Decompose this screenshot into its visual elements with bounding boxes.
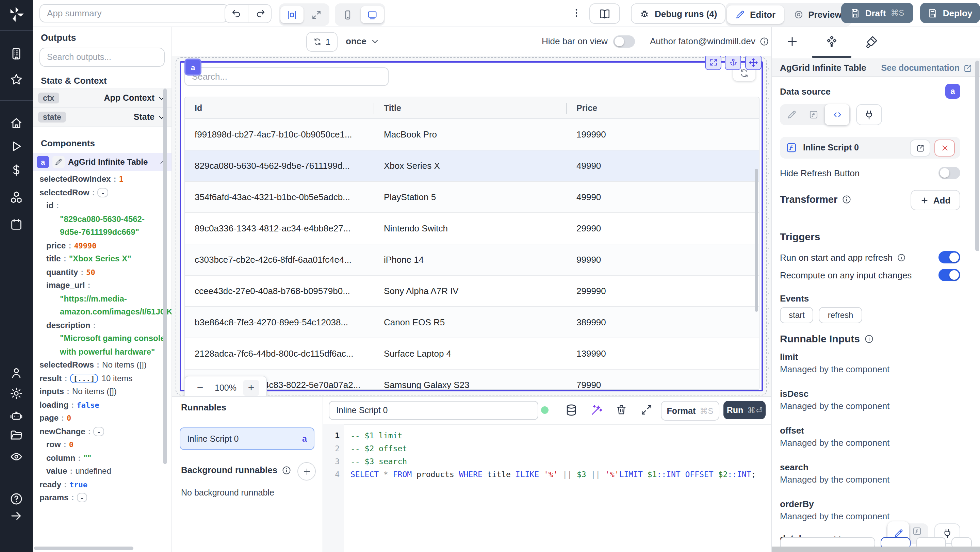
preview-tab[interactable]: Preview <box>785 5 850 24</box>
connect-mode-plug-icon[interactable] <box>856 104 882 125</box>
component-settings-tab[interactable] <box>825 35 838 48</box>
column-header-id[interactable]: Id <box>185 102 374 113</box>
audit-icon[interactable] <box>10 450 23 463</box>
tree-line[interactable]: 9d5e-7611199dc669" <box>40 226 167 239</box>
home-icon[interactable] <box>10 116 23 130</box>
delete-script-icon[interactable] <box>615 404 629 417</box>
windmill-logo-icon[interactable] <box>8 5 25 23</box>
ctx-row[interactable]: ctx App Context <box>33 89 172 108</box>
script-name-input[interactable] <box>329 401 538 420</box>
table-row[interactable]: ccee43dc-27e0-40a8-b768-b09579b0... Sony… <box>185 276 759 307</box>
info-icon[interactable] <box>864 334 873 344</box>
event-badge[interactable]: start <box>780 307 814 323</box>
tree-line[interactable]: id: <box>40 199 167 213</box>
database-icon[interactable] <box>565 404 579 417</box>
open-script-button[interactable] <box>910 139 930 156</box>
see-documentation-link[interactable]: See documentation <box>881 63 972 73</box>
hide-bar-toggle[interactable] <box>613 35 635 47</box>
move-component-handle[interactable] <box>745 56 762 70</box>
static-mode-pencil-icon[interactable] <box>781 106 802 124</box>
tree-line[interactable]: result:[...]10 items <box>40 372 167 385</box>
format-button[interactable]: Format ⌘S <box>661 401 719 421</box>
tree-line[interactable]: row:0 <box>40 438 167 452</box>
code-mode-icon[interactable] <box>825 104 850 125</box>
tree-line[interactable]: selectedRows:No items ([]) <box>40 359 167 372</box>
more-menu-button[interactable] <box>570 5 582 21</box>
workspace-icon[interactable] <box>10 47 23 60</box>
resources-icon[interactable] <box>10 191 23 204</box>
tree-line[interactable]: params:- <box>40 492 167 505</box>
tree-line[interactable]: "https://m.media- <box>40 292 167 305</box>
settings-vertical-scrollbar[interactable] <box>975 60 979 251</box>
outputs-horizontal-scrollbar[interactable] <box>34 547 134 550</box>
outputs-vertical-scrollbar[interactable] <box>163 89 167 464</box>
ai-assist-icon[interactable] <box>590 404 604 417</box>
variables-icon[interactable] <box>10 163 23 177</box>
runs-icon[interactable] <box>10 140 23 153</box>
table-row[interactable]: 4c83-8022-5e70a07a2... Samsung Galaxy S2… <box>185 370 759 390</box>
output-json-tree[interactable]: selectedRowIndex:1 selectedRow:- id: "82… <box>40 173 167 505</box>
database-fx-icon[interactable] <box>912 526 922 536</box>
tree-line[interactable]: price:49990 <box>40 239 167 253</box>
tree-line[interactable]: "829ca080-5630-4562- <box>40 213 167 226</box>
draft-button[interactable]: Draft ⌘S <box>841 3 913 23</box>
grid-search-input[interactable] <box>185 67 388 86</box>
tree-line[interactable]: quantity:50 <box>40 266 167 279</box>
run-on-start-toggle[interactable] <box>939 251 960 263</box>
tree-line[interactable]: inputs:No items ([]) <box>40 385 167 399</box>
column-header-price[interactable]: Price <box>567 102 724 113</box>
zoom-out-button[interactable]: − <box>192 379 208 396</box>
table-scrollbar[interactable] <box>755 169 758 312</box>
tree-line[interactable]: selectedRow:- <box>40 186 167 199</box>
table-row[interactable]: b3e864c8-7fe3-4270-89e9-54c12038... Cano… <box>185 307 759 338</box>
tree-line[interactable]: newChange:- <box>40 425 167 438</box>
ai-icon[interactable] <box>10 409 23 423</box>
tree-line[interactable]: description: <box>40 319 167 332</box>
tree-line[interactable]: "Microsoft gaming console <box>40 332 167 345</box>
expand-editor-icon[interactable] <box>640 404 654 417</box>
canvas-grid-area[interactable]: a Id Title Price f991898d-cb27-4ac7-b10c… <box>172 56 771 396</box>
hide-refresh-toggle[interactable] <box>939 167 960 179</box>
settings-icon[interactable] <box>10 387 23 400</box>
insert-component-tab[interactable] <box>785 35 799 48</box>
refresh-count-button[interactable]: 1 <box>306 32 337 52</box>
tree-line[interactable]: selectedRowIndex:1 <box>40 173 167 186</box>
mobile-view-button[interactable] <box>336 6 360 23</box>
debug-runs-button[interactable]: Debug runs (4) <box>631 3 725 24</box>
table-row[interactable]: 2128adca-7fc6-44bd-800c-dc115df6ac... Su… <box>185 338 759 370</box>
editor-tab[interactable]: Editor <box>727 5 784 24</box>
users-icon[interactable] <box>10 366 23 380</box>
remove-script-button[interactable] <box>934 139 955 156</box>
linked-script-row[interactable]: Inline Script 0 <box>780 137 960 159</box>
table-row[interactable]: 354f6afd-43ac-4321-b1bc-0b5e5adcb... Pla… <box>185 182 759 213</box>
tree-line[interactable]: ready:true <box>40 478 167 492</box>
help-icon[interactable] <box>10 492 23 506</box>
tree-line[interactable]: loading:false <box>40 399 167 412</box>
favorites-icon[interactable] <box>10 73 23 86</box>
state-row[interactable]: state State <box>33 108 172 127</box>
folders-icon[interactable] <box>10 429 23 442</box>
tree-line[interactable]: column:"" <box>40 452 167 465</box>
schedules-icon[interactable] <box>10 218 23 231</box>
info-icon[interactable] <box>842 195 851 204</box>
event-badge[interactable]: refresh <box>819 307 862 323</box>
template-mode-fx-icon[interactable] <box>803 106 824 124</box>
recompute-toggle[interactable] <box>939 269 960 281</box>
fullwidth-layout-button[interactable] <box>305 6 328 23</box>
aggrid-component[interactable]: a Id Title Price f991898d-cb27-4ac7-b10c… <box>180 61 763 391</box>
table-row[interactable]: f991898d-cb27-4ac7-b10c-0b9050ce1... Mac… <box>185 119 759 150</box>
runnable-item[interactable]: Inline Script 0 a <box>180 428 314 450</box>
zoom-in-button[interactable]: + <box>243 379 259 396</box>
outputs-search-input[interactable] <box>40 48 165 67</box>
column-header-title[interactable]: Title <box>374 102 567 113</box>
docs-button[interactable] <box>589 3 620 24</box>
styling-tab[interactable] <box>865 35 878 48</box>
add-transformer-button[interactable]: Add <box>911 190 960 210</box>
table-row[interactable]: 89c0a336-1343-4812-ac34-e4bb8e27... Nint… <box>185 213 759 244</box>
deploy-button[interactable]: Deploy <box>920 3 980 23</box>
app-summary-input[interactable] <box>40 4 229 22</box>
schedule-dropdown[interactable]: once <box>346 32 380 50</box>
tree-line[interactable]: with powerful hardware" <box>40 345 167 359</box>
tree-line[interactable]: image_url: <box>40 279 167 292</box>
desktop-view-button[interactable] <box>361 6 384 23</box>
